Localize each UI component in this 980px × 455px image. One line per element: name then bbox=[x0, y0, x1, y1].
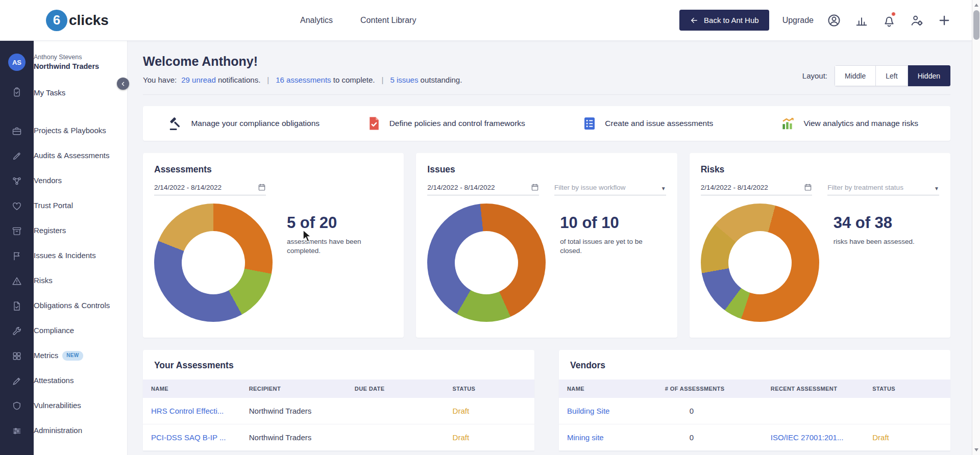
collapse-sidebar-button[interactable] bbox=[117, 78, 129, 90]
issues-date-range-field[interactable]: 2/14/2022 - 8/14/2022 bbox=[427, 183, 539, 195]
risks-treatment-filter[interactable]: Filter by treatment status ▼ bbox=[827, 183, 939, 195]
layout-middle-button[interactable]: Middle bbox=[835, 65, 876, 86]
top-nav: Analytics Content Library bbox=[300, 16, 416, 25]
new-badge: NEW bbox=[62, 351, 83, 361]
quicklink-analytics-risks[interactable]: View analytics and manage risks bbox=[749, 116, 951, 131]
upgrade-link[interactable]: Upgrade bbox=[782, 16, 814, 25]
sidebar-item-metrics[interactable]: MetricsNEW bbox=[0, 343, 127, 368]
scroll-up-arrow[interactable] bbox=[972, 1, 980, 9]
risks-card: Risks 2/14/2022 - 8/14/2022 Filter by tr… bbox=[690, 153, 950, 338]
issues-card-title: Issues bbox=[427, 164, 666, 175]
nav-analytics[interactable]: Analytics bbox=[300, 16, 333, 25]
assessments-to-complete-link[interactable]: 16 assessments bbox=[276, 75, 331, 84]
issues-stat: 10 of 10 bbox=[560, 214, 649, 232]
archive-box-icon bbox=[12, 226, 22, 236]
assessments-date-range-field[interactable]: 2/14/2022 - 8/14/2022 bbox=[154, 183, 266, 195]
briefcase-icon bbox=[12, 126, 22, 136]
user-management-button[interactable] bbox=[910, 13, 924, 28]
issues-stat-caption: of total issues are yet to be closed. bbox=[560, 237, 649, 256]
sidebar-item-obligations-controls[interactable]: Obligations & Controls bbox=[0, 293, 127, 318]
account-button[interactable] bbox=[827, 13, 841, 28]
analytics-dashboard-button[interactable] bbox=[854, 13, 869, 28]
sidebar-user[interactable]: AS Anthony Stevens Northwind Traders bbox=[0, 51, 127, 73]
scroll-down-arrow[interactable] bbox=[972, 446, 980, 454]
vendors-card: Vendors NAME # OF ASSESSMENTS RECENT ASS… bbox=[559, 350, 950, 451]
plus-icon bbox=[937, 13, 951, 28]
sidebar-item-compliance[interactable]: Compliance bbox=[0, 318, 127, 343]
sidebar-item-attestations[interactable]: Attestations bbox=[0, 368, 127, 393]
wrench-icon bbox=[12, 326, 22, 336]
col-recipient: RECIPIENT bbox=[241, 380, 347, 398]
app-logo[interactable]: 6 clicks bbox=[46, 10, 109, 31]
summary-prefix: You have: bbox=[143, 75, 177, 84]
shield-icon bbox=[12, 401, 22, 411]
logo-text: clicks bbox=[69, 12, 109, 29]
layout-left-button[interactable]: Left bbox=[876, 65, 908, 86]
back-to-ant-hub-button[interactable]: Back to Ant Hub bbox=[679, 10, 769, 31]
table-row[interactable]: PCI-DSS SAQ B-IP ... Northwind Traders D… bbox=[143, 424, 534, 451]
table-row[interactable]: Mining site 0 ISO/IEC 27001:201... Draft bbox=[559, 424, 950, 451]
quicklink-create-assessments[interactable]: Create and issue assessments bbox=[547, 116, 749, 131]
page-scrollbar[interactable] bbox=[972, 0, 980, 455]
recent-assessment-link[interactable]: ISO/IEC 27001:201... bbox=[763, 424, 864, 451]
sidebar-item-my-tasks[interactable]: My Tasks bbox=[0, 81, 127, 104]
vendor-name-link[interactable]: Mining site bbox=[559, 424, 657, 451]
flag-icon bbox=[12, 251, 22, 261]
bar-chart-icon bbox=[854, 13, 869, 28]
quicklink-policies-frameworks[interactable]: Define policies and control frameworks bbox=[345, 116, 547, 131]
topbar-actions: Back to Ant Hub Upgrade bbox=[679, 10, 951, 31]
sidebar-item-issues-incidents[interactable]: Issues & Incidents bbox=[0, 243, 127, 268]
add-button[interactable] bbox=[937, 13, 951, 28]
issues-outstanding-link[interactable]: 5 issues bbox=[390, 75, 418, 84]
col-name: NAME bbox=[143, 380, 241, 398]
sidebar-item-trust-portal[interactable]: Trust Portal bbox=[0, 193, 127, 218]
assessment-name-link[interactable]: HRS Control Effecti... bbox=[143, 398, 241, 424]
sidebar-menu: Projects & Playbooks Audits & Assessment… bbox=[0, 118, 127, 443]
org-name: Northwind Traders bbox=[34, 62, 99, 71]
layout-label: Layout: bbox=[802, 71, 827, 80]
calendar-icon bbox=[258, 183, 266, 191]
user-gear-icon bbox=[910, 13, 924, 28]
assessment-name-link[interactable]: PCI-DSS SAQ B-IP ... bbox=[143, 424, 241, 451]
vendor-name-link[interactable]: Building Site bbox=[559, 398, 657, 424]
scrollbar-thumb[interactable] bbox=[973, 10, 979, 40]
sidebar-item-projects-playbooks[interactable]: Projects & Playbooks bbox=[0, 118, 127, 143]
col-assessments-count: # OF ASSESSMENTS bbox=[657, 380, 763, 398]
risks-stat-caption: risks have been assessed. bbox=[834, 237, 915, 246]
sidebar-item-vulnerabilities[interactable]: Vulnerabilities bbox=[0, 393, 127, 418]
back-arrow-icon bbox=[690, 16, 699, 25]
col-status: STATUS bbox=[864, 380, 950, 398]
table-row[interactable]: Building Site 0 bbox=[559, 398, 950, 424]
header-divider bbox=[143, 94, 950, 95]
status-badge: Draft bbox=[864, 424, 950, 451]
sidebar-item-registers[interactable]: Registers bbox=[0, 218, 127, 243]
chevron-down-icon: ▼ bbox=[661, 186, 666, 191]
table-header-row: NAME RECIPIENT DUE DATE STATUS bbox=[143, 380, 534, 398]
sidebar-item-vendors[interactable]: Vendors bbox=[0, 168, 127, 193]
notifications-button[interactable] bbox=[882, 13, 896, 28]
your-assessments-title: Your Assessments bbox=[143, 360, 534, 380]
chevron-left-icon bbox=[120, 81, 127, 87]
risks-card-title: Risks bbox=[701, 164, 939, 175]
unread-notifications-link[interactable]: 29 unread bbox=[181, 75, 216, 84]
top-bar: 6 clicks Analytics Content Library Back … bbox=[0, 0, 972, 41]
your-assessments-card: Your Assessments NAME RECIPIENT DUE DATE… bbox=[143, 350, 534, 451]
assessments-card: Assessments 2/14/2022 - 8/14/2022 5 of 2… bbox=[143, 153, 404, 338]
quicklink-compliance-obligations[interactable]: Manage your compliance obligations bbox=[143, 116, 345, 131]
table-row[interactable]: HRS Control Effecti... Northwind Traders… bbox=[143, 398, 534, 424]
sidebar-item-risks[interactable]: Risks bbox=[0, 268, 127, 293]
pen-icon bbox=[12, 376, 22, 386]
risks-date-range-field[interactable]: 2/14/2022 - 8/14/2022 bbox=[701, 183, 813, 195]
issues-workflow-filter[interactable]: Filter by issue workflow ▼ bbox=[554, 183, 666, 195]
status-badge: Draft bbox=[445, 398, 534, 424]
warning-triangle-icon bbox=[12, 276, 22, 286]
assessments-card-title: Assessments bbox=[154, 164, 393, 175]
layout-hidden-button[interactable]: Hidden bbox=[908, 65, 950, 86]
avatar[interactable]: AS bbox=[8, 54, 26, 71]
assessments-donut-chart bbox=[154, 204, 273, 322]
nav-content-library[interactable]: Content Library bbox=[360, 16, 416, 25]
sidebar-item-administration[interactable]: Administration bbox=[0, 418, 127, 443]
sidebar-item-audits-assessments[interactable]: Audits & Assessments bbox=[0, 143, 127, 168]
vendors-title: Vendors bbox=[559, 360, 950, 380]
issues-donut-chart bbox=[427, 204, 546, 322]
